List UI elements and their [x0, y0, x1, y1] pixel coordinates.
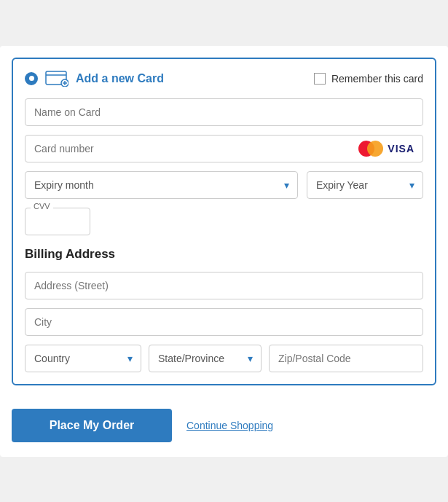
- radio-button[interactable]: [25, 72, 38, 85]
- card-header: Add a new Card Remember this card: [25, 71, 423, 87]
- expiry-year-select[interactable]: Expiry Year 2024 2025 2026 2027 2028 202…: [307, 171, 423, 199]
- state-select[interactable]: State/Province California New York Texas: [149, 345, 262, 372]
- country-select[interactable]: Country United States Canada United King…: [25, 345, 141, 372]
- name-on-card-input[interactable]: [25, 98, 423, 126]
- card-section: Add a new Card Remember this card VISA: [12, 58, 436, 385]
- radio-inner: [29, 76, 34, 81]
- card-add-icon: [45, 71, 68, 87]
- page-container: Add a new Card Remember this card VISA: [0, 46, 448, 457]
- remember-section: Remember this card: [314, 73, 423, 85]
- remember-label: Remember this card: [331, 73, 423, 85]
- zip-wrapper: [269, 345, 423, 372]
- country-state-zip-row: Country United States Canada United King…: [25, 345, 423, 372]
- expiry-month-select[interactable]: Expiry month January February March Apri…: [25, 171, 298, 199]
- city-group: [25, 308, 423, 336]
- cvv-input[interactable]: [25, 208, 90, 235]
- remember-checkbox[interactable]: [314, 73, 326, 85]
- cvv-group: CVV: [25, 208, 90, 235]
- bottom-section: Place My Order Continue Shopping: [0, 397, 448, 457]
- billing-address-title: Billing Address: [25, 247, 423, 262]
- zip-input[interactable]: [269, 345, 423, 372]
- expiry-month-wrapper: Expiry month January February March Apri…: [25, 171, 298, 199]
- place-order-button[interactable]: Place My Order: [12, 409, 172, 442]
- address-street-group: [25, 272, 423, 299]
- card-title: Add a new Card: [76, 72, 164, 85]
- address-street-input[interactable]: [25, 272, 423, 299]
- visa-icon: VISA: [388, 143, 414, 154]
- name-on-card-group: [25, 98, 423, 126]
- card-logos: VISA: [358, 141, 414, 157]
- city-input[interactable]: [25, 308, 423, 336]
- cvv-label: CVV: [31, 202, 53, 211]
- country-wrapper: Country United States Canada United King…: [25, 345, 141, 372]
- mastercard-icon: [358, 141, 383, 157]
- expiry-row: Expiry month January February March Apri…: [25, 171, 423, 199]
- state-wrapper: State/Province California New York Texas…: [149, 345, 262, 372]
- card-header-left: Add a new Card: [25, 71, 164, 87]
- mc-orange-circle: [367, 141, 383, 157]
- expiry-year-wrapper: Expiry Year 2024 2025 2026 2027 2028 202…: [307, 171, 423, 199]
- card-number-group: VISA: [25, 135, 423, 162]
- continue-shopping-link[interactable]: Continue Shopping: [186, 420, 273, 431]
